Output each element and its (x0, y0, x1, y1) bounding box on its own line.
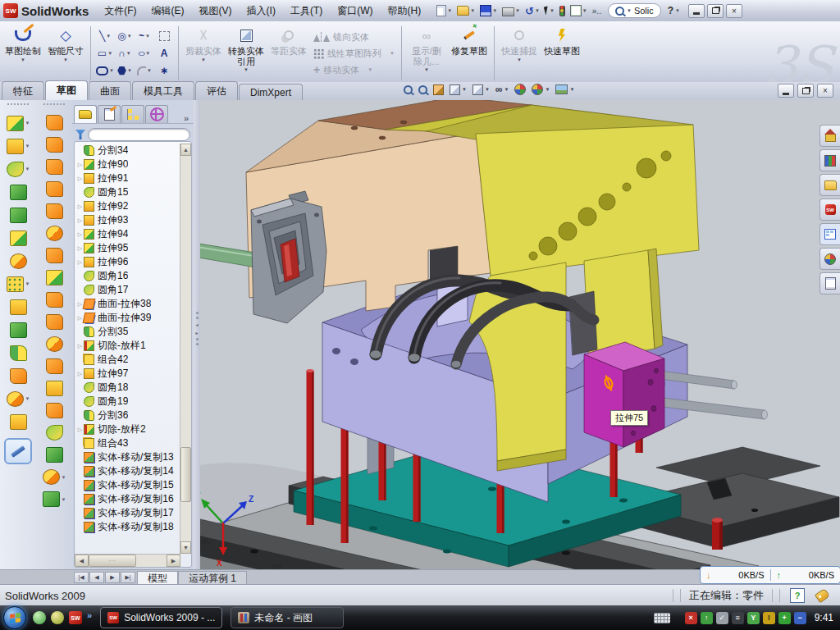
quick-launch-solidworks-icon[interactable]: SW (69, 611, 82, 624)
surface-tool-button[interactable] (46, 267, 63, 289)
tray-sync-icon[interactable]: − (794, 612, 806, 624)
tags-icon[interactable] (815, 588, 830, 603)
search-input[interactable]: Solic (634, 6, 654, 16)
feature-tool-button[interactable]: ▼ (7, 387, 30, 410)
tab-surfaces[interactable]: 曲面 (89, 81, 131, 100)
circle-tool[interactable]: ◎▼ (116, 28, 134, 44)
polygon-tool[interactable]: ▼ (116, 62, 134, 79)
instant3d-active-button[interactable] (4, 438, 32, 464)
dimxpert-manager-tab[interactable] (145, 105, 168, 123)
restore-button[interactable] (707, 4, 724, 18)
selection-box-tool[interactable] (155, 28, 173, 44)
view-palette-tab[interactable] (819, 223, 840, 245)
feature-tool-button[interactable] (10, 341, 27, 364)
section-view-button[interactable] (433, 84, 444, 95)
move-entities-button[interactable]: + 移动实体▼ (312, 62, 396, 77)
file-explorer-tab[interactable] (819, 174, 840, 196)
tree-item[interactable]: ▷拉伸91 (75, 171, 180, 185)
surface-tool-button[interactable] (46, 289, 63, 311)
splitter-grip[interactable]: ◂▸ (194, 312, 199, 345)
view-settings-button[interactable]: ▼ (555, 84, 574, 94)
tree-item[interactable]: 组合42 (75, 353, 180, 367)
feature-tool-button[interactable] (10, 203, 27, 226)
menu-insert[interactable]: 插入(I) (240, 4, 283, 18)
hide-show-items-button[interactable]: ∞▼ (495, 84, 509, 94)
tree-item[interactable]: 分割36 (75, 409, 180, 422)
display-delete-relations-button[interactable]: ∞ 显示/删除几...▼ (405, 23, 448, 84)
tree-item[interactable]: ▷切除-放样1 (75, 339, 180, 353)
display-style-button[interactable]: ▼ (450, 84, 467, 95)
tree-item[interactable]: ▷拉伸95 (75, 241, 180, 255)
last-tab-button[interactable]: ▶| (121, 572, 135, 583)
menu-edit[interactable]: 编辑(E) (144, 4, 192, 18)
tray-volume-icon[interactable]: ≡ (732, 612, 744, 624)
status-help-button[interactable]: ? (790, 588, 805, 603)
model-tab[interactable]: 模型 (137, 571, 178, 585)
tree-item[interactable]: 实体-移动/复制13 (75, 450, 180, 464)
tree-item[interactable]: ▷曲面-拉伸38 (75, 297, 180, 311)
point-tool[interactable]: ∗ (155, 62, 173, 79)
tree-item[interactable]: 组合43 (75, 436, 180, 450)
feature-manager-tab[interactable] (74, 105, 97, 123)
motion-study-tab[interactable]: 运动算例 1 (178, 571, 247, 585)
text-tool[interactable]: A (155, 45, 173, 62)
surface-tool-button[interactable] (46, 422, 63, 444)
tree-filter-input[interactable] (88, 128, 190, 141)
offset-entities-button[interactable]: 等距实体 (267, 23, 310, 84)
tree-item[interactable]: 圆角15 (75, 185, 180, 199)
rectangle-tool[interactable]: ▭▼ (96, 45, 114, 62)
tree-item[interactable]: ▷曲面-拉伸39 (75, 311, 180, 325)
tab-mold-tools[interactable]: 模具工具 (132, 81, 194, 100)
scroll-left-button[interactable]: ◀ (75, 555, 89, 567)
surface-tool-button[interactable] (46, 112, 63, 134)
feature-tool-button[interactable]: ▼ (7, 112, 30, 135)
solidworks-resources-tab[interactable]: SW (819, 199, 840, 221)
slot-tool[interactable]: ▼ (96, 62, 114, 79)
tray-warning-icon[interactable]: ! (763, 612, 775, 624)
line-tool[interactable]: ╲▼ (96, 28, 114, 44)
tree-item[interactable]: 圆角16 (75, 269, 180, 283)
quick-snaps-button[interactable]: 快速捕捉▼ (498, 23, 541, 84)
taskbar-window-paint[interactable]: 未命名 - 画图 (231, 607, 344, 628)
feature-tool-button[interactable] (10, 318, 27, 341)
tree-horizontal-scrollbar[interactable]: ◀ ⋯ ▶ (75, 554, 180, 567)
scroll-up-button[interactable]: ▲ (180, 144, 191, 156)
surface-tool-button[interactable] (46, 244, 63, 267)
tree-item[interactable]: ▷拉伸90 (75, 158, 180, 171)
surface-tool-button[interactable] (46, 355, 63, 377)
start-button[interactable] (3, 606, 26, 629)
quick-launch-icon-2[interactable] (51, 611, 64, 624)
surface-tool-button[interactable]: ▼ (43, 488, 66, 510)
toolbar-drag-handle[interactable] (7, 103, 29, 108)
tree-item[interactable]: ▷切除-放样2 (75, 422, 180, 436)
custom-properties-tab[interactable] (819, 272, 840, 294)
surface-tool-button[interactable]: ▼ (43, 466, 66, 488)
feature-tool-button[interactable] (10, 295, 27, 318)
filter-funnel-icon[interactable] (75, 130, 85, 139)
surface-tool-button[interactable] (46, 399, 63, 422)
graphics-viewport[interactable]: Y Z X SW 拉伸75 (200, 100, 840, 569)
tree-item[interactable]: ▷拉伸97 (75, 367, 180, 381)
feature-tool-button[interactable] (10, 180, 27, 203)
feature-tool-button[interactable]: ▼ (7, 158, 30, 180)
tree-item[interactable]: 圆角18 (75, 381, 180, 395)
network-speed-widget[interactable]: ↓0KB/S ↑0KB/S (700, 566, 840, 584)
taskbar-window-solidworks[interactable]: SW SolidWorks 2009 - ... (100, 607, 222, 628)
surface-tool-button[interactable] (46, 377, 63, 399)
tree-item[interactable]: 实体-移动/复制18 (75, 520, 180, 534)
search-box[interactable]: ▼ Solic (608, 3, 661, 18)
tray-security-alert-icon[interactable]: × (685, 612, 697, 624)
feature-tool-button[interactable] (10, 249, 27, 272)
undo-button[interactable]: ↺▼ (523, 4, 541, 18)
first-tab-button[interactable]: |◀ (74, 572, 89, 583)
tray-antivirus-icon[interactable]: + (778, 612, 791, 624)
feature-tool-button[interactable] (10, 226, 27, 249)
surface-tool-button[interactable] (46, 200, 63, 222)
apply-scene-button[interactable]: ▼ (532, 84, 550, 95)
surface-tool-button[interactable] (46, 222, 63, 244)
surface-tool-button[interactable] (46, 333, 63, 355)
menu-view[interactable]: 视图(V) (192, 4, 240, 18)
linear-pattern-button[interactable]: 线性草图阵列▼ (312, 46, 396, 61)
help-button[interactable]: ? (668, 5, 673, 16)
close-button[interactable]: × (726, 4, 742, 18)
